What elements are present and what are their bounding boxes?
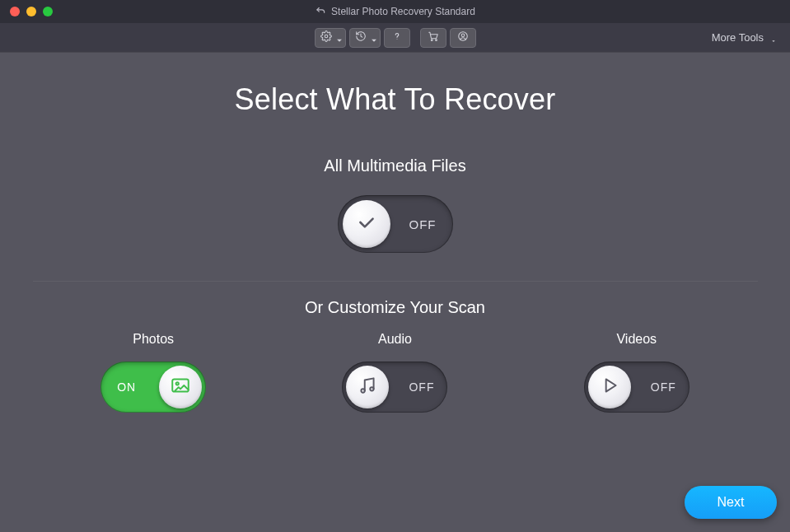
titlebar: Stellar Photo Recovery Standard [0,0,790,23]
minimize-window-button[interactable] [26,7,36,16]
history-icon [355,30,367,45]
settings-button[interactable] [315,28,346,48]
more-tools-button[interactable]: More Tools [712,31,777,44]
main-content: Select What To Recover All Multimedia Fi… [0,53,790,532]
svg-point-1 [396,39,397,40]
image-icon [170,375,191,399]
toggle-knob [588,366,631,408]
svg-rect-6 [172,379,189,391]
svg-point-8 [362,389,365,392]
audio-label: Audio [378,332,412,347]
all-multimedia-toggle[interactable]: OFF [338,195,453,253]
videos-column: Videos OFF [584,332,689,413]
toolbar-group-left [315,28,410,48]
toggle-knob [346,366,389,408]
divider [33,281,758,282]
next-button[interactable]: Next [685,486,777,519]
category-row: Photos ON Audio OFF [33,332,758,413]
photos-label: Photos [133,332,174,347]
audio-column: Audio OFF [342,332,447,413]
toggle-knob [159,366,202,408]
customize-scan-label: Or Customize Your Scan [305,298,485,317]
help-icon [391,30,403,45]
check-icon [356,212,377,236]
toggle-state-label: ON [117,380,136,394]
toolbar-right: More Tools [712,31,777,44]
photos-toggle[interactable]: ON [101,362,206,413]
music-icon [357,375,378,399]
svg-point-3 [435,39,437,40]
back-icon [315,5,326,19]
more-tools-label: More Tools [712,31,764,44]
chevron-down-icon [368,35,375,41]
maximize-window-button[interactable] [43,7,53,16]
help-button[interactable] [384,28,410,48]
close-window-button[interactable] [10,7,20,16]
svg-point-9 [371,387,374,390]
gear-icon [320,30,332,45]
chevron-down-icon [334,35,340,41]
toolbar-group-right [420,28,476,48]
all-multimedia-label: All Multimedia Files [324,156,465,175]
toggle-state-label: OFF [409,217,437,231]
photos-column: Photos ON [101,332,206,413]
svg-marker-10 [605,379,615,391]
history-button[interactable] [349,28,381,48]
svg-point-0 [325,35,328,38]
audio-toggle[interactable]: OFF [342,362,447,413]
window-title: Stellar Photo Recovery Standard [0,5,790,19]
videos-label: Videos [616,332,657,347]
svg-point-2 [431,39,432,40]
window-title-text: Stellar Photo Recovery Standard [331,6,475,17]
window-controls [0,7,53,16]
svg-point-7 [176,382,179,385]
chevron-down-icon [770,35,777,41]
page-title: Select What To Recover [235,82,556,117]
account-button[interactable] [450,28,476,48]
svg-point-5 [461,34,465,37]
play-icon [599,375,620,399]
toolbar: More Tools [0,23,790,53]
cart-icon [428,30,439,45]
videos-toggle[interactable]: OFF [584,362,689,413]
toggle-state-label: OFF [409,380,434,394]
user-icon [457,30,469,45]
toggle-state-label: OFF [651,380,676,394]
toggle-knob [343,200,390,248]
cart-button[interactable] [420,28,446,48]
next-button-label: Next [718,495,745,510]
all-multimedia-toggle-wrap: OFF [338,195,453,253]
